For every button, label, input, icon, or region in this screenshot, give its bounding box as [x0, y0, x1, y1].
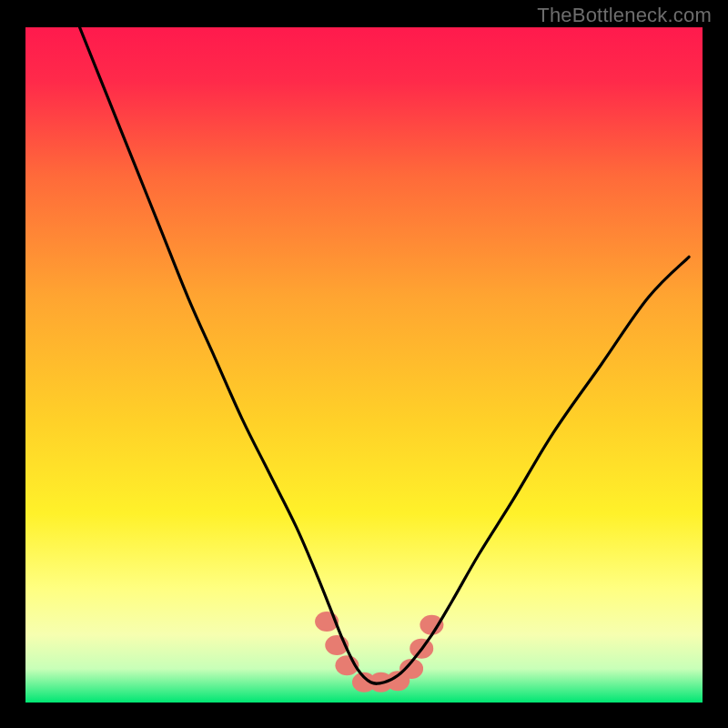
bottleneck-chart-svg [0, 0, 728, 728]
watermark-text: TheBottleneck.com [537, 4, 712, 27]
marker-blob [420, 615, 443, 635]
chart-frame: TheBottleneck.com [0, 0, 728, 728]
